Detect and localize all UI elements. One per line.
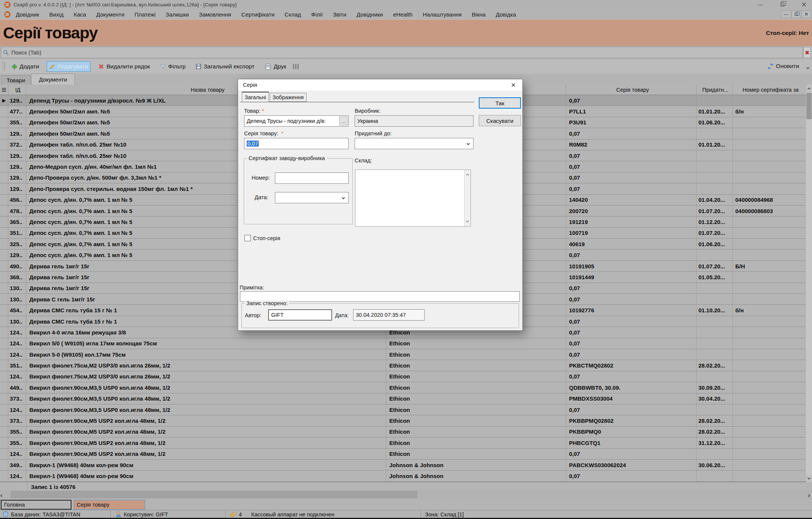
col-certificate[interactable]: Номер сертифіката за [733, 85, 806, 95]
menu-bar: Довідник Вихід Каса Документи Платежі За… [0, 9, 812, 20]
table-row[interactable]: 124.. Викрил фиолет.90см,М5 USP2 кол.игл… [0, 449, 806, 460]
view-tab[interactable]: Документи [31, 74, 75, 85]
menu-item[interactable]: Довідники [357, 11, 383, 18]
export-button[interactable]: Загальний експорт [193, 62, 257, 71]
search-clear-button[interactable]: ✖ [803, 47, 811, 58]
dialog-title-bar[interactable]: Серія ✕ [238, 79, 522, 91]
columns-icon[interactable] [293, 64, 299, 69]
menu-item[interactable]: Довідка [496, 11, 516, 18]
minimize-icon[interactable]: — [758, 2, 763, 7]
valid-until-label: Придатний до: [355, 130, 392, 136]
series-field[interactable]: 0,07 [244, 138, 349, 149]
menu-item[interactable]: Документи [96, 11, 124, 18]
menu-item[interactable]: Каса [74, 11, 86, 18]
scroll-up-icon[interactable] [806, 85, 812, 92]
stock-textarea[interactable] [355, 169, 471, 227]
cell-series: 0,07 [566, 128, 697, 139]
mdi-restore-icon[interactable] [791, 11, 801, 18]
col-series[interactable]: Серія товару [566, 85, 697, 95]
cert-number-field[interactable] [275, 172, 349, 184]
table-row[interactable]: 373.. Викрил фиолет.90см,М5 USP2 кол.игл… [0, 415, 806, 426]
menu-item[interactable]: Звіти [333, 11, 346, 18]
refresh-button[interactable]: Оновити [765, 61, 801, 71]
row-indicator [0, 382, 8, 393]
series-dialog: Серія ✕ Загальні Зображення Так Скасуват… [238, 79, 523, 331]
scroll-up-icon[interactable] [466, 174, 469, 177]
row-indicator [0, 106, 8, 117]
menu-item[interactable]: Філії [311, 11, 323, 18]
table-row[interactable]: 373.. Викрил фиолет.90см,М3,5 USP0 кол.и… [0, 393, 806, 404]
scroll-down-icon[interactable] [466, 219, 469, 222]
menu-item[interactable]: Замовлення [199, 11, 231, 18]
ok-button[interactable]: Так [479, 97, 521, 109]
menu-logo-icon [4, 11, 11, 18]
menu-item[interactable]: eHealth [393, 11, 413, 18]
dialog-tab-general[interactable]: Загальні [242, 92, 269, 102]
stop-series-checkbox[interactable] [244, 235, 251, 241]
menu-item[interactable]: Склад [285, 11, 301, 18]
toolbar-grip[interactable] [2, 62, 4, 71]
menu-item[interactable]: Налаштування [423, 11, 462, 18]
stock-scrollbar[interactable] [464, 170, 471, 226]
table-row[interactable]: 355.. Викрил фиолет.90см,М5 USP2 кол.игл… [0, 427, 806, 437]
mdi-window-controls: — ✕ [781, 11, 811, 18]
horizontal-scroll-thumb[interactable] [11, 491, 417, 498]
author-field[interactable]: GIFT [268, 309, 332, 321]
dialog-close-icon[interactable]: ✕ [509, 81, 518, 89]
close-icon[interactable]: ✕ [801, 2, 807, 8]
product-browse-button[interactable]: ... [339, 117, 348, 126]
cell-certificate [733, 404, 806, 415]
table-row[interactable]: 355.. Викрил фиолет.90см,М5 USP2 кол.игл… [0, 437, 806, 448]
add-button[interactable]: Додати [9, 62, 41, 71]
vertical-scroll-thumb[interactable] [806, 93, 812, 119]
tab-product-series[interactable]: Серія товару [74, 500, 145, 510]
status-cash-register: Кассовый аппарат не подключен [251, 511, 334, 517]
horizontal-scrollbar[interactable] [0, 490, 812, 499]
dialog-tab-images[interactable]: Зображення [270, 93, 307, 102]
print-button[interactable]: Друк [262, 62, 288, 71]
tab-home[interactable]: Головна [1, 500, 71, 510]
table-row[interactable]: 124.. Викрил-1 (W9468) 40мм кол-реж 90см… [0, 471, 806, 481]
vertical-scrollbar[interactable] [806, 85, 812, 482]
edit-button[interactable]: Редагувати [47, 61, 91, 72]
delete-row-button[interactable]: Видалити рядок [96, 62, 152, 71]
scroll-right-icon[interactable] [807, 492, 810, 498]
table-row[interactable]: 124.. Викрил фиолет.75см,М2 USP3/0 кол.и… [0, 371, 806, 382]
row-indicator [0, 206, 8, 216]
scroll-left-icon[interactable] [1, 492, 3, 498]
cert-date-combobox[interactable] [275, 192, 349, 203]
filter-button[interactable]: Фільтр [158, 62, 188, 71]
table-row[interactable]: 351.. Викрил фиолет.75см,М2 USP3/0 кол.и… [0, 360, 806, 371]
restore-icon[interactable] [780, 3, 784, 6]
cell-certificate [733, 216, 806, 227]
column-chooser-icon[interactable] [0, 85, 8, 95]
mdi-close-icon[interactable]: ✕ [801, 11, 811, 18]
menu-item[interactable]: Вихід [49, 11, 64, 18]
table-row[interactable]: 449.. Викрил фиолет.90см,М3,5 USP0 кол.и… [0, 382, 806, 393]
menu-item[interactable]: Залишки [166, 11, 189, 18]
valid-until-combobox[interactable] [355, 138, 474, 149]
status-user: Користувач: GIFT [124, 511, 168, 517]
cell-certificate [733, 95, 806, 106]
toolbar-overflow-icon[interactable] [807, 65, 809, 71]
table-row[interactable]: 124.. Викрил 5/0 ( W9105) игла 17мм колю… [0, 338, 806, 349]
cell-series: 0,07 [566, 183, 697, 194]
cell-series: 100719 [566, 228, 697, 238]
menu-item[interactable]: Вікна [472, 11, 486, 18]
product-field[interactable]: Депенд Трусы - подгузники д/в: ... [244, 115, 349, 127]
menu-item[interactable]: Довідник [16, 11, 39, 18]
mdi-minimize-icon[interactable]: — [781, 11, 791, 18]
col-valid[interactable]: Придатн... [697, 85, 733, 95]
menu-item[interactable]: Платежі [135, 11, 156, 18]
menu-item[interactable]: Сертифікати [241, 11, 275, 18]
search-input[interactable]: Поиск (Tab) [1, 47, 803, 58]
cell-id: 124.. [8, 371, 26, 382]
table-row[interactable]: 349.. Викрил-1 (W9468) 40мм кол-реж 90см… [0, 460, 806, 471]
scroll-down-icon[interactable] [806, 475, 812, 482]
col-id[interactable]: ІД [8, 85, 26, 95]
view-tab[interactable]: Товари [1, 75, 30, 85]
cancel-button[interactable]: Скасувати [479, 115, 521, 126]
table-row[interactable]: 124.. Викрил фиолет.90см,М3,5 USP0 кол.и… [0, 404, 806, 415]
cell-certificate [733, 449, 806, 459]
table-row[interactable]: 124.. Викрил 5-0 (W9105) кол.17мм 75см E… [0, 349, 806, 360]
